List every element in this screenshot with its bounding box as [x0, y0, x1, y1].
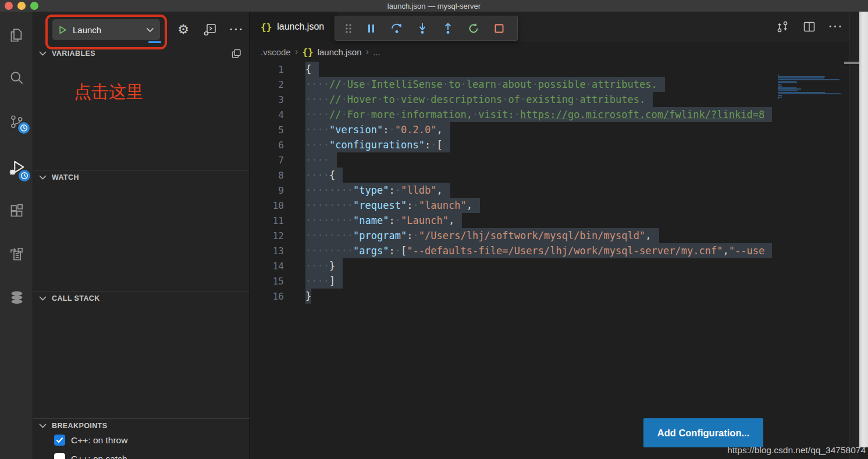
- chevron-right-icon: ›: [295, 46, 298, 58]
- split-editor-button[interactable]: [801, 19, 818, 35]
- code-line[interactable]: 7····: [250, 152, 778, 168]
- zoom-window-button[interactable]: [30, 2, 38, 10]
- debug-console-button[interactable]: [197, 20, 223, 39]
- run-history-icon: [9, 247, 24, 262]
- chevron-down-icon: [39, 51, 47, 56]
- views-more-actions-button[interactable]: ···: [223, 20, 250, 39]
- editor-group: {} launch.json: [250, 12, 868, 459]
- step-into-icon: [417, 23, 428, 34]
- pause-button[interactable]: [358, 18, 384, 39]
- editor-actions: ···: [774, 19, 845, 35]
- code-line[interactable]: 12········"program":·"/Users/lhj/softwor…: [250, 228, 778, 243]
- sidebar-item-extensions[interactable]: [0, 195, 33, 226]
- restart-button[interactable]: [461, 18, 486, 39]
- line-content: ········"type":·"lldb",: [305, 183, 450, 198]
- sidebar-item-explorer[interactable]: [0, 20, 33, 50]
- pause-icon: [366, 23, 376, 34]
- launch-config-label: Launch: [73, 25, 146, 35]
- open-launch-json-button[interactable]: ⚙: [170, 20, 197, 39]
- open-changes-button[interactable]: [774, 19, 791, 35]
- copy-value-button[interactable]: [231, 48, 242, 61]
- code-line[interactable]: 13········"args":·["--defaults-file=/Use…: [250, 243, 778, 258]
- minimize-window-button[interactable]: [17, 2, 26, 10]
- breadcrumb: .vscode › {} launch.json › ...: [250, 42, 859, 62]
- code-line[interactable]: 6····"configurations":·[: [250, 137, 778, 152]
- code-line[interactable]: 11········"name":·"Launch",: [250, 213, 778, 228]
- page-scrollbar[interactable]: [859, 12, 868, 447]
- sidebar-item-source-control[interactable]: [0, 106, 33, 137]
- line-content: ····//·Use·IntelliSense·to·learn·about·p…: [305, 77, 665, 92]
- code-line[interactable]: 1{: [250, 62, 778, 77]
- step-over-button[interactable]: [384, 18, 410, 39]
- code-line[interactable]: 2····//·Use·IntelliSense·to·learn·about·…: [250, 77, 778, 92]
- click-here-annotation: 点击这里: [74, 80, 144, 104]
- extensions-icon: [9, 203, 24, 219]
- toolbar-drag-handle[interactable]: [339, 18, 358, 39]
- start-debug-icon: [58, 26, 67, 34]
- breakpoint-checkbox-checked[interactable]: [54, 435, 65, 446]
- activity-bar: [0, 12, 33, 459]
- minimap-line: [778, 79, 839, 80]
- code-editor[interactable]: 1{2····//·Use·IntelliSense·to·learn·abou…: [250, 62, 778, 459]
- minimap-line: [778, 92, 825, 93]
- code-line[interactable]: 4····//·For·more·information,·visit:·htt…: [250, 107, 778, 122]
- line-number: 15: [250, 276, 284, 287]
- sidebar-item-run-history[interactable]: [0, 239, 33, 269]
- code-line[interactable]: 16}: [250, 289, 778, 304]
- code-line[interactable]: 8····{: [250, 168, 778, 183]
- sidebar-item-run-and-debug[interactable]: [0, 153, 33, 183]
- search-icon: [9, 70, 24, 86]
- pending-clock-badge: [19, 170, 30, 182]
- gripper-icon: [345, 23, 352, 34]
- code-line[interactable]: 15····]: [250, 273, 778, 289]
- breakpoint-row-cpp-on-catch[interactable]: C++: on catch: [54, 453, 127, 459]
- breakpoints-section-header[interactable]: BREAKPOINTS: [33, 418, 250, 432]
- line-content: ····}: [305, 258, 343, 273]
- close-window-button[interactable]: [5, 2, 13, 10]
- line-content: }: [305, 289, 311, 304]
- clock-icon: [20, 172, 29, 180]
- stop-button[interactable]: [486, 18, 512, 39]
- debug-action-toolbar: [335, 16, 518, 41]
- title-bar: launch.json — mysql-server: [0, 0, 868, 12]
- add-configuration-button[interactable]: Add Configuration...: [643, 418, 763, 447]
- more-actions-button[interactable]: ···: [827, 19, 845, 35]
- breakpoint-row-cpp-on-throw[interactable]: C++: on throw: [54, 435, 127, 446]
- code-line[interactable]: 10········"request":·"launch",: [250, 198, 778, 213]
- json-file-icon: {}: [261, 22, 272, 33]
- chevron-down-icon: [146, 27, 154, 33]
- breadcrumb-file[interactable]: launch.json: [318, 47, 362, 57]
- call-stack-section-header[interactable]: CALL STACK: [33, 291, 250, 305]
- chevron-right-icon: ›: [366, 46, 369, 58]
- code-line[interactable]: 3····//·Hover·to·view·descriptions·of·ex…: [250, 92, 778, 107]
- step-out-button[interactable]: [435, 18, 461, 39]
- minimap-line: [778, 90, 798, 91]
- breadcrumb-folder[interactable]: .vscode: [261, 47, 291, 57]
- files-icon: [9, 27, 24, 43]
- breakpoint-label: C++: on throw: [71, 435, 127, 446]
- code-line[interactable]: 14····}: [250, 258, 778, 273]
- line-number: 9: [250, 185, 284, 196]
- variables-section-header[interactable]: VARIABLES: [33, 47, 250, 61]
- minimap[interactable]: [778, 62, 849, 459]
- minimap-line: [778, 77, 824, 79]
- sidebar-item-search[interactable]: [0, 62, 33, 92]
- code-line[interactable]: 5····"version":·"0.2.0",: [250, 122, 778, 137]
- code-line[interactable]: 9········"type":·"lldb",: [250, 183, 778, 198]
- database-icon: [9, 290, 25, 306]
- minimap-line: [778, 81, 796, 82]
- breakpoint-checkbox-unchecked[interactable]: [54, 453, 65, 459]
- watch-section-header[interactable]: WATCH: [33, 170, 250, 184]
- breadcrumb-more[interactable]: ...: [373, 47, 380, 57]
- scrollbar-thumb[interactable]: [844, 62, 859, 64]
- minimap-line: [778, 93, 841, 94]
- launch-config-dropdown[interactable]: Launch: [52, 19, 160, 40]
- line-number: 1: [250, 64, 284, 75]
- editor-scrollbar[interactable]: [849, 12, 859, 459]
- step-into-button[interactable]: [410, 18, 435, 39]
- restart-icon: [468, 23, 479, 34]
- line-number: 3: [250, 94, 284, 105]
- sidebar-item-database[interactable]: [0, 283, 33, 313]
- ellipsis-icon: ···: [829, 20, 844, 33]
- tab-launch-json[interactable]: {} launch.json: [250, 12, 337, 42]
